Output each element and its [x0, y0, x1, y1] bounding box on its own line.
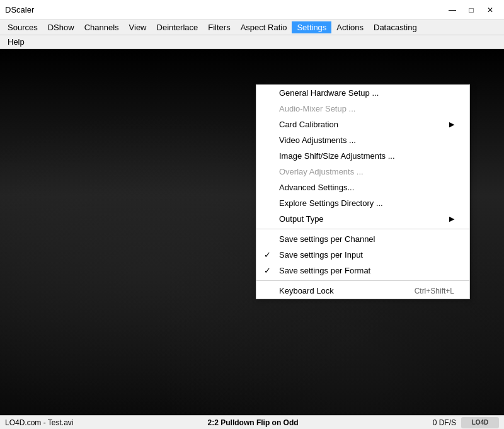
settings-dropdown: General Hardware Setup ... Audio-Mixer S… [256, 84, 470, 299]
window-controls: — □ ✕ [444, 3, 499, 17]
menu-deinterlace[interactable]: Deinterlace [152, 21, 203, 33]
menu-general-hardware-setup[interactable]: General Hardware Setup ... [256, 85, 469, 101]
menu-overlay-adjustments: Overlay Adjustments ... [256, 164, 469, 180]
menu-dshow[interactable]: DShow [43, 21, 79, 33]
separator-2 [256, 280, 469, 281]
menu-save-per-input[interactable]: ✓ Save settings per Input [256, 247, 469, 263]
menu-save-per-channel[interactable]: Save settings per Channel [256, 231, 469, 247]
menu-settings[interactable]: Settings [292, 21, 331, 33]
menu-help[interactable]: Help [3, 36, 30, 48]
status-fps: 0 DF/S [433, 418, 456, 427]
menu-image-shift[interactable]: Image Shift/Size Adjustments ... [256, 148, 469, 164]
card-calibration-arrow: ▶ [449, 120, 454, 129]
menu-view[interactable]: View [124, 21, 152, 33]
menu-card-calibration[interactable]: Card Calibration ▶ [256, 117, 469, 132]
menu-datacasting[interactable]: Datacasting [369, 21, 422, 33]
menu-channels[interactable]: Channels [79, 21, 124, 33]
status-center: 2:2 Pulldown Flip on Odd [208, 418, 299, 427]
separator-1 [256, 229, 469, 229]
menu-advanced-settings[interactable]: Advanced Settings... [256, 180, 469, 195]
menu-sources[interactable]: Sources [3, 21, 43, 33]
check-save-per-format: ✓ [264, 266, 271, 275]
menu-actions[interactable]: Actions [331, 21, 369, 33]
title-bar: DScaler — □ ✕ [0, 0, 504, 20]
menu-aspect-ratio[interactable]: Aspect Ratio [236, 21, 292, 33]
maximize-button[interactable]: □ [462, 3, 480, 17]
menu-video-adjustments[interactable]: Video Adjustments ... [256, 132, 469, 148]
window-title: DScaler [5, 5, 34, 14]
menu-bar-row1: Sources DShow Channels View Deinterlace … [0, 20, 504, 35]
menu-keyboard-lock[interactable]: Keyboard Lock Ctrl+Shift+L [256, 283, 469, 299]
status-left: LO4D.com - Test.avi [5, 418, 73, 427]
menu-audio-mixer-setup: Audio-Mixer Setup ... [256, 101, 469, 117]
main-window: DScaler — □ ✕ Sources DShow Channels Vie… [0, 0, 504, 429]
output-type-arrow: ▶ [449, 215, 454, 223]
menu-save-per-format[interactable]: ✓ Save settings per Format [256, 263, 469, 278]
watermark: LO4D [461, 417, 499, 428]
keyboard-lock-shortcut: Ctrl+Shift+L [415, 287, 454, 295]
check-save-per-input: ✓ [264, 250, 271, 260]
menu-output-type[interactable]: Output Type ▶ [256, 211, 469, 227]
minimize-button[interactable]: — [444, 3, 461, 17]
menu-bar-row2: Help [0, 35, 504, 49]
status-right: 0 DF/S LO4D [433, 417, 499, 428]
content-area: General Hardware Setup ... Audio-Mixer S… [0, 49, 504, 415]
menu-filters[interactable]: Filters [203, 21, 235, 33]
status-bar: LO4D.com - Test.avi 2:2 Pulldown Flip on… [0, 415, 504, 429]
close-button[interactable]: ✕ [481, 3, 499, 17]
menu-explore-settings-directory[interactable]: Explore Settings Directory ... [256, 195, 469, 211]
